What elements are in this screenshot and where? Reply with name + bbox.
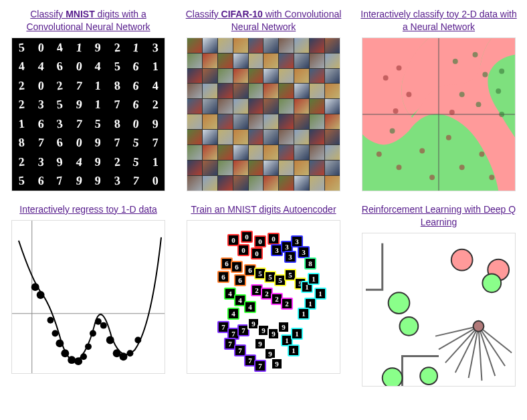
svg-point-10 [390, 128, 395, 134]
svg-point-28 [37, 291, 45, 299]
card-regress1d: Interactively regress toy 1-D data [8, 203, 169, 387]
card-mnist-cnn: Classify MNIST digits with a Convolution… [8, 8, 169, 191]
svg-point-42 [120, 352, 128, 360]
svg-point-21 [479, 151, 484, 156]
svg-point-24 [449, 110, 455, 115]
title-text: Interactively classify toy 2-D data with… [360, 9, 516, 32]
card-cifar-cnn: Classify CIFAR-10 with Convolutional Neu… [183, 8, 344, 191]
svg-point-13 [397, 65, 402, 70]
svg-point-44 [134, 336, 141, 343]
thumb-rl [362, 233, 516, 387]
title-bold: CIFAR-10 [221, 9, 263, 19]
svg-point-32 [61, 349, 69, 357]
thumb-regress1d [11, 220, 165, 374]
regress-plot [12, 221, 165, 373]
svg-point-54 [473, 320, 484, 331]
svg-point-27 [31, 283, 39, 291]
svg-point-17 [397, 165, 402, 170]
demos-grid: Classify MNIST digits with a Convolution… [8, 8, 519, 387]
svg-point-37 [90, 330, 96, 336]
title-text: Reinforcement Learning with Deep Q Learn… [362, 204, 516, 227]
title-text: Interactively regress toy 1-D data [19, 204, 156, 215]
svg-point-9 [476, 102, 482, 107]
svg-line-52 [478, 326, 505, 365]
svg-point-11 [499, 112, 504, 117]
svg-point-61 [420, 367, 437, 385]
card-rl-dqn: Reinforcement Learning with Deep Q Learn… [358, 203, 519, 387]
svg-point-3 [453, 59, 458, 64]
svg-point-20 [459, 165, 465, 170]
card-link-rl-dqn[interactable]: Reinforcement Learning with Deep Q Learn… [358, 203, 519, 229]
svg-point-6 [499, 68, 504, 74]
svg-point-30 [51, 330, 58, 336]
svg-point-15 [393, 108, 399, 114]
card-link-toy2d[interactable]: Interactively classify toy 2-D data with… [358, 8, 519, 33]
title-bold: MNIST [66, 9, 95, 19]
title-pre: Classify [30, 9, 66, 19]
svg-point-16 [377, 151, 382, 156]
svg-point-58 [389, 292, 410, 314]
svg-point-36 [85, 343, 92, 350]
svg-point-12 [383, 75, 389, 80]
svg-point-29 [47, 316, 54, 323]
thumb-mnist: 5041921344604561202718642359176216375809… [11, 37, 165, 191]
svg-point-33 [68, 356, 76, 364]
thumb-toy2d [362, 37, 516, 191]
svg-point-22 [489, 175, 494, 180]
svg-point-31 [56, 339, 64, 347]
svg-point-57 [482, 274, 501, 292]
svg-point-39 [100, 322, 107, 328]
svg-line-49 [469, 326, 479, 377]
card-link-mnist-cnn[interactable]: Classify MNIST digits with a Convolution… [8, 8, 169, 33]
svg-point-35 [80, 353, 87, 360]
rl-plot [362, 233, 515, 386]
svg-point-55 [451, 249, 473, 270]
svg-point-59 [400, 316, 419, 335]
card-toy2d: Interactively classify toy 2-D data with… [358, 8, 519, 191]
thumb-cifar [187, 37, 340, 191]
toy2d-plot [362, 38, 515, 191]
svg-point-19 [446, 135, 451, 140]
svg-point-4 [473, 52, 478, 58]
card-autoencoder: Train an MNIST digits Autoencoder 000000… [183, 203, 344, 387]
card-link-regress1d[interactable]: Interactively regress toy 1-D data [19, 203, 156, 216]
thumb-autoencoder: 0000003333386666655555111112222444477777… [187, 220, 340, 374]
svg-point-8 [459, 92, 465, 97]
svg-point-7 [496, 88, 501, 94]
title-text: Train an MNIST digits Autoencoder [191, 204, 336, 215]
svg-line-45 [435, 326, 478, 336]
svg-point-18 [419, 148, 425, 153]
svg-point-14 [406, 92, 411, 97]
svg-point-43 [126, 350, 133, 356]
title-pre: Classify [186, 9, 221, 19]
card-link-autoencoder[interactable]: Train an MNIST digits Autoencoder [191, 203, 336, 216]
svg-line-47 [445, 326, 479, 362]
svg-point-23 [429, 175, 435, 180]
card-link-cifar-cnn[interactable]: Classify CIFAR-10 with Convolutional Neu… [183, 8, 344, 33]
svg-point-40 [106, 336, 114, 344]
svg-point-5 [482, 72, 488, 77]
svg-point-60 [383, 368, 403, 386]
svg-point-38 [95, 318, 102, 324]
